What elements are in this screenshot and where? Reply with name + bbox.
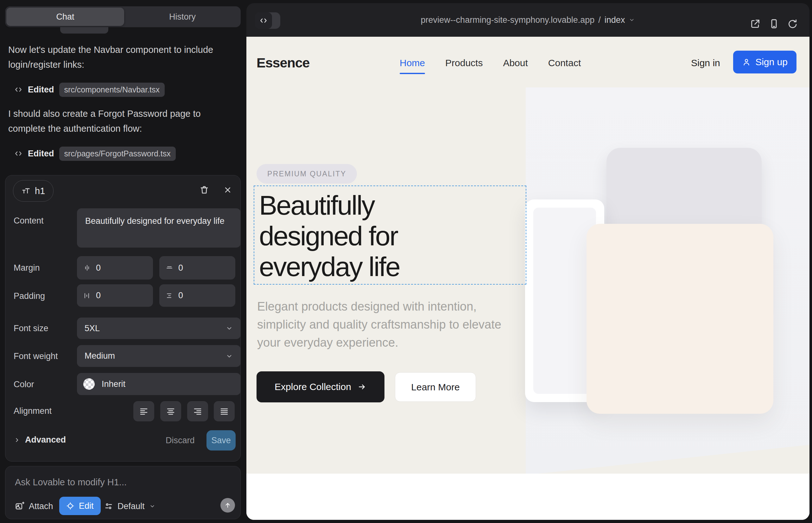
model-default-button[interactable]: Default bbox=[104, 500, 156, 512]
close-icon bbox=[223, 185, 232, 195]
align-right-icon bbox=[193, 407, 202, 416]
open-external-button[interactable] bbox=[750, 18, 761, 29]
default-label: Default bbox=[118, 502, 145, 511]
mobile-view-button[interactable] bbox=[769, 18, 779, 29]
attach-label: Attach bbox=[29, 502, 53, 511]
font-weight-select[interactable]: Medium bbox=[77, 345, 241, 367]
nav-link-contact[interactable]: Contact bbox=[548, 58, 581, 68]
preview-url: preview--charming-site-symphony.lovable.… bbox=[421, 15, 595, 25]
close-panel-button[interactable] bbox=[222, 184, 233, 196]
chat-history-tabbar: Chat History bbox=[5, 6, 241, 27]
align-center-icon bbox=[166, 407, 175, 416]
padding-y-input[interactable]: 0 bbox=[159, 284, 235, 307]
align-left-button[interactable] bbox=[133, 401, 154, 421]
margin-label: Margin bbox=[14, 263, 40, 273]
font-size-value: 5XL bbox=[85, 324, 100, 333]
site-logo[interactable]: Essence bbox=[257, 55, 310, 71]
save-button[interactable]: Save bbox=[207, 430, 236, 451]
save-label: Save bbox=[211, 436, 231, 446]
learn-more-label: Learn More bbox=[411, 382, 460, 393]
edit-mode-button[interactable]: Edit bbox=[59, 497, 101, 515]
assistant-message: Now let's update the Navbar component to… bbox=[8, 42, 227, 72]
composer-placeholder[interactable]: Ask Lovable to modify H1... bbox=[15, 477, 127, 488]
margin-x-value: 0 bbox=[96, 263, 101, 273]
next-section-background bbox=[246, 474, 810, 520]
nav-link-about[interactable]: About bbox=[503, 58, 528, 68]
edited-label: Edited bbox=[28, 149, 54, 159]
nav-link-home[interactable]: Home bbox=[400, 58, 425, 68]
edited-file-row[interactable]: Edited src/pages/ForgotPassword.tsx bbox=[14, 146, 176, 161]
file-chip[interactable]: src/pages/ForgotPassword.tsx bbox=[59, 147, 176, 161]
content-label: Content bbox=[14, 216, 44, 226]
tab-chat-label: Chat bbox=[56, 12, 74, 22]
font-size-label: Font size bbox=[14, 324, 49, 333]
nav-link-products[interactable]: Products bbox=[445, 58, 483, 68]
code-icon bbox=[259, 16, 268, 25]
edited-label: Edited bbox=[28, 85, 54, 95]
advanced-toggle[interactable]: Advanced bbox=[14, 435, 66, 445]
signin-link[interactable]: Sign in bbox=[691, 58, 720, 68]
edited-file-row[interactable]: Edited src/components/Navbar.tsx bbox=[14, 82, 165, 97]
chat-composer[interactable]: Ask Lovable to modify H1... Attach Edit … bbox=[5, 466, 241, 519]
signup-button[interactable]: Sign up bbox=[733, 51, 796, 73]
padding-x-input[interactable]: 0 bbox=[77, 284, 153, 307]
learn-more-button[interactable]: Learn More bbox=[395, 372, 476, 402]
site-nav: Home Products About Contact bbox=[400, 58, 581, 68]
margin-horizontal-icon bbox=[83, 264, 91, 272]
explore-collection-label: Explore Collection bbox=[275, 381, 351, 392]
margin-y-input[interactable]: 0 bbox=[159, 256, 235, 279]
alignment-label: Alignment bbox=[14, 406, 52, 416]
margin-vertical-icon bbox=[166, 264, 173, 272]
font-weight-value: Medium bbox=[85, 351, 115, 361]
color-select[interactable]: Inherit bbox=[77, 373, 241, 395]
refresh-button[interactable] bbox=[787, 18, 798, 29]
padding-label: Padding bbox=[14, 291, 45, 301]
assistant-message: I should also create a Forgot Password p… bbox=[8, 106, 227, 136]
mobile-phone-icon bbox=[769, 18, 779, 29]
color-value: Inherit bbox=[102, 379, 125, 389]
refresh-icon bbox=[787, 18, 798, 29]
code-icon bbox=[14, 85, 23, 94]
margin-y-value: 0 bbox=[178, 263, 183, 273]
site-canvas: Essence Home Products About Contact Sign… bbox=[246, 37, 810, 520]
preview-page-name: index bbox=[604, 15, 625, 25]
code-preview-toggle[interactable] bbox=[255, 12, 280, 29]
trash-icon bbox=[199, 185, 209, 195]
padding-vertical-icon bbox=[166, 292, 173, 300]
content-value: Beautifully designed for everyday life bbox=[85, 215, 225, 227]
align-justify-button[interactable] bbox=[214, 401, 235, 421]
font-weight-label: Font weight bbox=[14, 351, 58, 361]
code-toggle-segment[interactable] bbox=[255, 12, 272, 29]
discard-button[interactable]: Discard bbox=[166, 436, 195, 446]
content-input[interactable]: Beautifully designed for everyday life bbox=[77, 208, 241, 248]
clipped-file-chip bbox=[60, 27, 108, 34]
url-separator: / bbox=[598, 15, 601, 25]
font-size-select[interactable]: 5XL bbox=[77, 318, 241, 339]
align-justify-icon bbox=[219, 407, 229, 416]
attach-button[interactable]: Attach bbox=[15, 500, 53, 512]
tab-history[interactable]: History bbox=[124, 6, 241, 27]
attach-image-icon bbox=[15, 502, 24, 511]
align-center-button[interactable] bbox=[160, 401, 181, 421]
file-chip[interactable]: src/components/Navbar.tsx bbox=[59, 83, 165, 97]
explore-collection-button[interactable]: Explore Collection bbox=[257, 371, 385, 402]
hero-paragraph: Elegant products designed with intention… bbox=[257, 297, 511, 352]
edit-label: Edit bbox=[79, 501, 94, 511]
preview-window: preview--charming-site-symphony.lovable.… bbox=[246, 3, 810, 520]
padding-x-value: 0 bbox=[96, 291, 101, 301]
chevron-down-icon bbox=[226, 325, 233, 332]
premium-quality-badge: PREMIUM QUALITY bbox=[257, 164, 357, 184]
arrow-right-icon bbox=[357, 382, 366, 391]
selected-element-outline bbox=[254, 185, 526, 285]
preview-url-bar: preview--charming-site-symphony.lovable.… bbox=[246, 3, 810, 37]
element-inspector-panel: h1 Content Beautifully designed for ever… bbox=[5, 175, 241, 462]
send-button[interactable] bbox=[220, 498, 235, 512]
typography-icon bbox=[21, 186, 30, 195]
align-right-button[interactable] bbox=[187, 401, 208, 421]
tab-chat[interactable]: Chat bbox=[6, 7, 124, 26]
send-arrow-icon bbox=[224, 502, 231, 509]
margin-x-input[interactable]: 0 bbox=[77, 256, 153, 279]
selected-element-pill[interactable]: h1 bbox=[13, 180, 54, 202]
advanced-label: Advanced bbox=[25, 435, 66, 445]
delete-element-button[interactable] bbox=[198, 184, 210, 196]
